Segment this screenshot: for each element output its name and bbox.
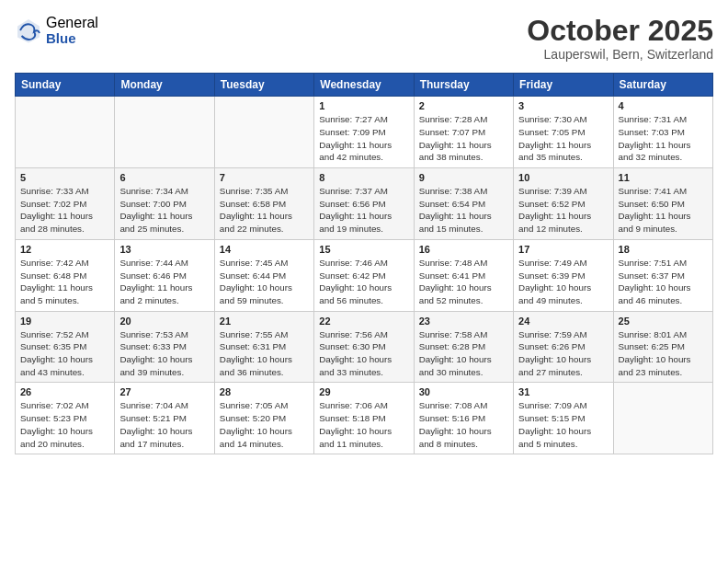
day-info: Sunrise: 7:35 AM Sunset: 6:58 PM Dayligh… <box>220 185 309 236</box>
calendar-cell: 20Sunrise: 7:53 AM Sunset: 6:33 PM Dayli… <box>115 311 214 383</box>
calendar-cell: 6Sunrise: 7:34 AM Sunset: 7:00 PM Daylig… <box>115 168 214 240</box>
day-info: Sunrise: 7:37 AM Sunset: 6:56 PM Dayligh… <box>319 185 408 236</box>
day-number: 15 <box>319 244 408 255</box>
calendar-week-row: 26Sunrise: 7:02 AM Sunset: 5:23 PM Dayli… <box>16 383 713 454</box>
day-info: Sunrise: 7:46 AM Sunset: 6:42 PM Dayligh… <box>319 257 408 307</box>
day-info: Sunrise: 7:34 AM Sunset: 7:00 PM Dayligh… <box>119 185 209 236</box>
day-info: Sunrise: 7:05 AM Sunset: 5:20 PM Dayligh… <box>220 399 309 450</box>
calendar-cell: 15Sunrise: 7:46 AM Sunset: 6:42 PM Dayli… <box>314 239 414 311</box>
calendar-cell: 14Sunrise: 7:45 AM Sunset: 6:44 PM Dayli… <box>214 239 313 311</box>
logo-general: General <box>46 15 98 31</box>
calendar-week-row: 12Sunrise: 7:42 AM Sunset: 6:48 PM Dayli… <box>16 239 713 311</box>
day-number: 14 <box>220 244 309 255</box>
day-info: Sunrise: 7:04 AM Sunset: 5:21 PM Dayligh… <box>119 399 209 450</box>
calendar-cell: 3Sunrise: 7:30 AM Sunset: 7:05 PM Daylig… <box>514 97 613 168</box>
calendar-week-row: 1Sunrise: 7:27 AM Sunset: 7:09 PM Daylig… <box>16 97 713 168</box>
day-number: 29 <box>319 386 408 397</box>
day-number: 1 <box>319 100 408 111</box>
day-info: Sunrise: 7:06 AM Sunset: 5:18 PM Dayligh… <box>319 399 408 450</box>
day-number: 5 <box>20 172 109 183</box>
day-info: Sunrise: 7:51 AM Sunset: 6:37 PM Dayligh… <box>619 257 708 307</box>
weekday-header: Wednesday <box>314 74 414 97</box>
day-info: Sunrise: 7:31 AM Sunset: 7:03 PM Dayligh… <box>619 113 708 164</box>
logo-icon <box>15 17 42 44</box>
day-number: 13 <box>119 244 209 255</box>
day-number: 11 <box>619 172 708 183</box>
calendar-cell: 17Sunrise: 7:49 AM Sunset: 6:39 PM Dayli… <box>514 239 613 311</box>
day-number: 27 <box>119 386 209 397</box>
calendar-cell: 28Sunrise: 7:05 AM Sunset: 5:20 PM Dayli… <box>214 383 313 454</box>
calendar-cell: 2Sunrise: 7:28 AM Sunset: 7:07 PM Daylig… <box>414 97 513 168</box>
day-info: Sunrise: 7:08 AM Sunset: 5:16 PM Dayligh… <box>419 399 508 450</box>
calendar-cell: 4Sunrise: 7:31 AM Sunset: 7:03 PM Daylig… <box>613 97 712 168</box>
day-number: 16 <box>419 244 508 255</box>
location: Lauperswil, Bern, Switzerland <box>527 47 713 62</box>
calendar-cell: 8Sunrise: 7:37 AM Sunset: 6:56 PM Daylig… <box>314 168 414 240</box>
day-info: Sunrise: 7:48 AM Sunset: 6:41 PM Dayligh… <box>419 257 508 307</box>
day-info: Sunrise: 7:09 AM Sunset: 5:15 PM Dayligh… <box>518 399 608 450</box>
day-number: 21 <box>220 316 309 327</box>
weekday-header: Monday <box>115 74 214 97</box>
day-info: Sunrise: 7:58 AM Sunset: 6:28 PM Dayligh… <box>419 328 508 379</box>
day-info: Sunrise: 7:45 AM Sunset: 6:44 PM Dayligh… <box>220 257 309 307</box>
calendar-cell: 19Sunrise: 7:52 AM Sunset: 6:35 PM Dayli… <box>16 311 115 383</box>
day-number: 19 <box>20 316 109 327</box>
calendar-cell: 22Sunrise: 7:56 AM Sunset: 6:30 PM Dayli… <box>314 311 414 383</box>
calendar-cell <box>613 383 712 454</box>
logo: General Blue <box>15 15 98 46</box>
day-info: Sunrise: 7:38 AM Sunset: 6:54 PM Dayligh… <box>419 185 508 236</box>
weekday-header: Thursday <box>414 74 513 97</box>
calendar-cell: 24Sunrise: 7:59 AM Sunset: 6:26 PM Dayli… <box>514 311 613 383</box>
calendar-cell: 13Sunrise: 7:44 AM Sunset: 6:46 PM Dayli… <box>115 239 214 311</box>
calendar-cell: 26Sunrise: 7:02 AM Sunset: 5:23 PM Dayli… <box>16 383 115 454</box>
day-number: 31 <box>518 386 608 397</box>
calendar-cell: 1Sunrise: 7:27 AM Sunset: 7:09 PM Daylig… <box>314 97 414 168</box>
calendar-cell: 7Sunrise: 7:35 AM Sunset: 6:58 PM Daylig… <box>214 168 313 240</box>
day-info: Sunrise: 7:27 AM Sunset: 7:09 PM Dayligh… <box>319 113 408 164</box>
weekday-header: Friday <box>514 74 613 97</box>
day-number: 23 <box>419 316 508 327</box>
calendar-cell: 5Sunrise: 7:33 AM Sunset: 7:02 PM Daylig… <box>16 168 115 240</box>
day-number: 17 <box>518 244 608 255</box>
weekday-header: Saturday <box>613 74 712 97</box>
calendar-cell: 11Sunrise: 7:41 AM Sunset: 6:50 PM Dayli… <box>613 168 712 240</box>
day-number: 12 <box>20 244 109 255</box>
day-number: 26 <box>20 386 109 397</box>
logo-blue: Blue <box>46 31 98 47</box>
day-info: Sunrise: 8:01 AM Sunset: 6:25 PM Dayligh… <box>619 328 708 379</box>
day-number: 10 <box>518 172 608 183</box>
day-info: Sunrise: 7:53 AM Sunset: 6:33 PM Dayligh… <box>119 328 209 379</box>
day-number: 8 <box>319 172 408 183</box>
day-info: Sunrise: 7:28 AM Sunset: 7:07 PM Dayligh… <box>419 113 508 164</box>
day-number: 22 <box>319 316 408 327</box>
calendar-cell: 10Sunrise: 7:39 AM Sunset: 6:52 PM Dayli… <box>514 168 613 240</box>
day-info: Sunrise: 7:59 AM Sunset: 6:26 PM Dayligh… <box>518 328 608 379</box>
day-number: 30 <box>419 386 508 397</box>
calendar-cell: 9Sunrise: 7:38 AM Sunset: 6:54 PM Daylig… <box>414 168 513 240</box>
calendar-table: SundayMondayTuesdayWednesdayThursdayFrid… <box>15 73 713 454</box>
calendar-cell: 12Sunrise: 7:42 AM Sunset: 6:48 PM Dayli… <box>16 239 115 311</box>
day-info: Sunrise: 7:42 AM Sunset: 6:48 PM Dayligh… <box>20 257 109 307</box>
page-header: General Blue October 2025 Lauperswil, Be… <box>15 15 713 62</box>
calendar-week-row: 5Sunrise: 7:33 AM Sunset: 7:02 PM Daylig… <box>16 168 713 240</box>
day-info: Sunrise: 7:41 AM Sunset: 6:50 PM Dayligh… <box>619 185 708 236</box>
calendar-cell: 18Sunrise: 7:51 AM Sunset: 6:37 PM Dayli… <box>613 239 712 311</box>
day-info: Sunrise: 7:55 AM Sunset: 6:31 PM Dayligh… <box>220 328 309 379</box>
day-number: 7 <box>220 172 309 183</box>
day-number: 18 <box>619 244 708 255</box>
day-info: Sunrise: 7:33 AM Sunset: 7:02 PM Dayligh… <box>20 185 109 236</box>
calendar-cell <box>16 97 115 168</box>
day-number: 6 <box>119 172 209 183</box>
day-number: 25 <box>619 316 708 327</box>
weekday-header: Sunday <box>16 74 115 97</box>
calendar-cell: 29Sunrise: 7:06 AM Sunset: 5:18 PM Dayli… <box>314 383 414 454</box>
calendar-cell: 16Sunrise: 7:48 AM Sunset: 6:41 PM Dayli… <box>414 239 513 311</box>
day-number: 4 <box>619 100 708 111</box>
calendar-week-row: 19Sunrise: 7:52 AM Sunset: 6:35 PM Dayli… <box>16 311 713 383</box>
calendar-cell <box>214 97 313 168</box>
day-number: 20 <box>119 316 209 327</box>
calendar-cell: 31Sunrise: 7:09 AM Sunset: 5:15 PM Dayli… <box>514 383 613 454</box>
title-block: October 2025 Lauperswil, Bern, Switzerla… <box>527 15 713 62</box>
day-info: Sunrise: 7:56 AM Sunset: 6:30 PM Dayligh… <box>319 328 408 379</box>
calendar-cell: 27Sunrise: 7:04 AM Sunset: 5:21 PM Dayli… <box>115 383 214 454</box>
